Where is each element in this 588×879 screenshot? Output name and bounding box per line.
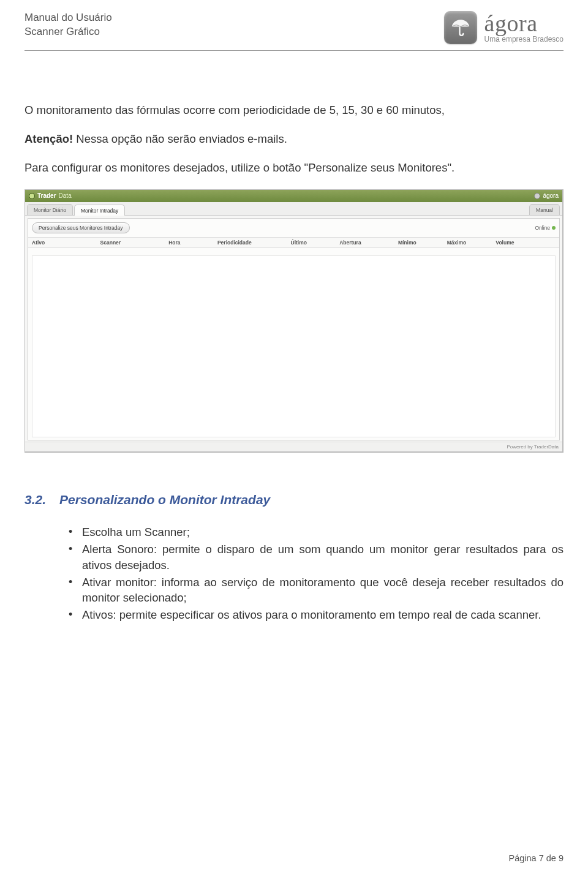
header-title-line1: Manual do Usuário <box>24 11 112 25</box>
app-title-trader: Trader <box>37 192 56 199</box>
grid-header-row: Ativo Scanner Hora Periodicidade Último … <box>28 237 559 248</box>
header-logo: ágora Uma empresa Bradesco <box>444 11 564 44</box>
titlebar-brand: ágora <box>543 192 559 199</box>
tab-manual[interactable]: Manual <box>529 204 560 215</box>
app-footer: Powered by TraderData <box>25 442 562 451</box>
window-control-icon[interactable] <box>534 193 540 199</box>
online-status: Online <box>535 225 556 231</box>
tab-row: Monitor Diário Monitor Intraday Manual <box>25 202 562 216</box>
powered-by-label: Powered by TraderData <box>507 444 559 450</box>
online-label: Online <box>535 225 550 231</box>
col-ultimo[interactable]: Último <box>291 238 340 247</box>
col-periodicidade[interactable]: Periodicidade <box>217 238 291 247</box>
header-title-line2: Scanner Gráfico <box>24 25 112 39</box>
section-title: Personalizando o Monitor Intraday <box>59 492 270 507</box>
paragraph-2-rest: Nessa opção não serão enviados e-mails. <box>73 132 287 145</box>
body-text: O monitoramento das fórmulas ocorre com … <box>24 103 564 176</box>
bullet-1: Escolha um Scanner; <box>69 524 564 540</box>
section-number: 3.2. <box>24 492 46 507</box>
page-header: Manual do Usuário Scanner Gráfico ágora … <box>24 11 564 44</box>
header-left: Manual do Usuário Scanner Gráfico <box>24 11 112 39</box>
col-ativo[interactable]: Ativo <box>28 238 100 247</box>
bullet-4: Ativos: permite especificar os ativos pa… <box>69 607 564 623</box>
grid-body-empty <box>32 255 556 437</box>
bullet-2: Alerta Sonoro: permite o disparo de um s… <box>69 541 564 573</box>
col-minimo[interactable]: Mínimo <box>398 238 447 247</box>
paragraph-2: Atenção! Nessa opção não serão enviados … <box>24 132 564 147</box>
paragraph-3: Para configurar os monitores desejados, … <box>24 160 564 176</box>
tab-monitor-diario[interactable]: Monitor Diário <box>27 204 73 215</box>
col-abertura[interactable]: Abertura <box>339 238 398 247</box>
tab-monitor-intraday[interactable]: Monitor Intraday <box>74 205 125 216</box>
app-screenshot: TraderData ágora Monitor Diário Monitor … <box>24 189 564 453</box>
page-number: Página 7 de 9 <box>509 853 564 863</box>
inner-panel: Personalize seus Monitores Intraday Onli… <box>28 218 560 440</box>
paragraph-1: O monitoramento das fórmulas ocorre com … <box>24 103 564 118</box>
bullet-3: Ativar monitor: informa ao serviço de mo… <box>69 575 564 606</box>
logo-umbrella-icon <box>444 11 477 44</box>
col-maximo[interactable]: Máximo <box>447 238 496 247</box>
attention-label: Atenção! <box>24 132 73 145</box>
col-scanner[interactable]: Scanner <box>100 238 169 247</box>
col-volume[interactable]: Volume <box>496 238 559 247</box>
section-heading: 3.2. Personalizando o Monitor Intraday <box>24 492 564 507</box>
logo-subtitle: Uma empresa Bradesco <box>484 35 564 43</box>
online-dot-icon <box>552 226 556 230</box>
header-divider <box>24 50 564 51</box>
app-title-data: Data <box>59 192 72 199</box>
col-hora[interactable]: Hora <box>168 238 217 247</box>
personalize-monitors-button[interactable]: Personalize seus Monitores Intraday <box>32 222 130 233</box>
app-icon <box>29 193 35 199</box>
logo-brand: ágora <box>484 12 564 35</box>
bullet-list: Escolha um Scanner; Alerta Sonoro: permi… <box>24 524 564 623</box>
app-titlebar: TraderData ágora <box>25 190 562 202</box>
logo-text: ágora Uma empresa Bradesco <box>484 12 564 43</box>
